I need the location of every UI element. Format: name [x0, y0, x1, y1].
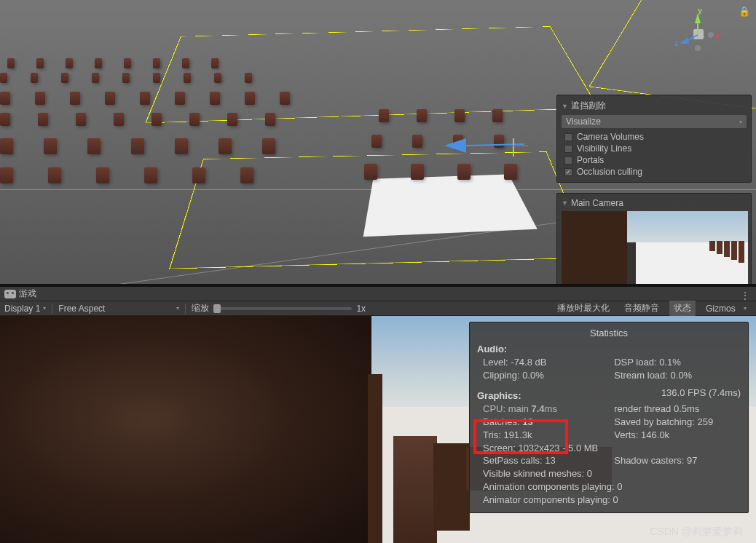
game-controller-icon	[4, 290, 16, 298]
stat-fps: 136.0 FPS (7.4ms)	[661, 387, 741, 403]
visualize-label: Visualize	[566, 116, 601, 127]
display-dropdown[interactable]: Display 1▾	[4, 304, 46, 314]
camera-gizmo[interactable]	[444, 138, 532, 167]
stat-setpass: SetPass calls: 13	[477, 454, 614, 467]
aspect-dropdown[interactable]: Free Aspect▾	[58, 304, 179, 314]
stats-title: Statistics	[477, 327, 741, 340]
dropdown-arrow-icon: ▾	[176, 305, 179, 312]
portals-toggle[interactable]: Portals	[562, 154, 747, 166]
stat-tris: Tris: 191.3k	[477, 429, 614, 442]
stat-clipping: Clipping: 0.0%	[477, 369, 614, 382]
panel-menu-icon[interactable]: ⋮	[740, 290, 750, 301]
orientation-gizmo[interactable]: y z x	[669, 6, 727, 64]
stats-button[interactable]: 状态	[669, 300, 696, 317]
stat-skinned: Visible skinned meshes: 0	[477, 467, 741, 480]
stat-shadow: Shadow casters: 97	[614, 454, 741, 467]
svg-marker-4	[695, 13, 701, 23]
dropdown-arrow-icon: ▾	[739, 119, 742, 125]
game-toolbar: Display 1▾ Free Aspect▾ 缩放 1x 播放时最大化 音频静…	[0, 301, 756, 316]
stat-level: Level: -74.8 dB	[477, 356, 614, 369]
game-tab-bar: 游戏	[0, 287, 756, 301]
audio-header: Audio:	[477, 343, 741, 356]
graphics-header: Graphics:	[477, 389, 661, 403]
scale-slider[interactable]	[213, 307, 352, 310]
occlusion-culling-toggle[interactable]: ✓Occlusion culling	[562, 166, 747, 178]
svg-marker-0	[444, 138, 466, 153]
svg-point-9	[708, 32, 714, 38]
stat-screen: Screen: 1032x423 - 5.0 MB	[477, 442, 741, 455]
scene-view[interactable]: y z x 🔒 ▼遮挡剔除 Visualize ▾ Camera Volumes…	[0, 0, 756, 284]
stat-verts: Verts: 146.0k	[614, 429, 741, 442]
stat-anim-comp: Animation components playing: 0	[477, 480, 741, 494]
scale-label: 缩放	[192, 302, 209, 314]
stat-saved: Saved by batching: 259	[614, 416, 741, 429]
dropdown-arrow-icon: ▾	[43, 305, 46, 312]
ground-plane	[363, 175, 538, 237]
occlusion-title: 遮挡剔除	[571, 100, 606, 112]
visibility-lines-toggle[interactable]: Visibility Lines	[562, 143, 747, 154]
stat-batches: Batches: 13	[477, 416, 614, 429]
visualize-dropdown[interactable]: Visualize ▾	[562, 115, 747, 128]
mute-audio-button[interactable]: 音频静音	[619, 300, 664, 317]
stat-animator: Animator components playing: 0	[477, 494, 741, 507]
scale-value: 1x	[356, 304, 366, 314]
stat-stream: Stream load: 0.0%	[614, 369, 741, 382]
main-camera-panel[interactable]: ▼Main Camera	[556, 193, 752, 284]
maximize-on-play-button[interactable]: 播放时最大化	[552, 300, 615, 317]
lock-icon[interactable]: 🔒	[739, 6, 750, 17]
collapse-icon[interactable]: ▼	[562, 199, 568, 207]
game-tab-label[interactable]: 游戏	[19, 288, 36, 300]
gizmos-dropdown[interactable]: Gizmos ▾	[701, 301, 752, 316]
camera-volumes-toggle[interactable]: Camera Volumes	[562, 131, 747, 143]
camera-preview	[562, 211, 748, 284]
stat-render: render thread 0.5ms	[614, 403, 741, 416]
stat-cpu: CPU: main 7.4ms	[477, 403, 614, 416]
collapse-icon[interactable]: ▼	[562, 103, 568, 110]
watermark: CSDN @莉萝爱萝莉	[650, 526, 743, 539]
dropdown-arrow-icon: ▾	[744, 305, 747, 312]
main-camera-title: Main Camera	[571, 198, 623, 208]
stat-dsp: DSP load: 0.1%	[614, 356, 741, 369]
occlusion-culling-panel[interactable]: ▼遮挡剔除 Visualize ▾ Camera Volumes Visibil…	[556, 95, 752, 183]
statistics-panel: Statistics Audio: Level: -74.8 dB DSP lo…	[469, 322, 749, 513]
svg-point-10	[695, 45, 701, 51]
